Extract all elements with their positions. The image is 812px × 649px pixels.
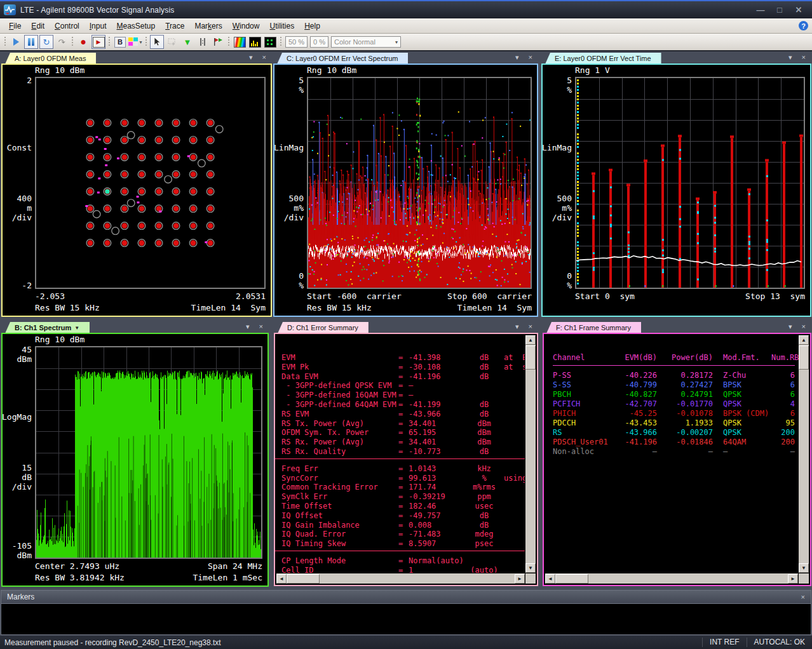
tab-label: F: Ch1 Frame Summary [556,324,631,331]
layout-grid-button[interactable]: ▾ [128,35,142,49]
horizontal-scrollbar[interactable]: ◄ ► [545,573,798,584]
panel-close-icon[interactable]: × [802,323,806,330]
panel-close-icon[interactable]: × [802,54,806,61]
coupled-markers-flag-button[interactable] [211,35,225,49]
color-mode-select[interactable]: Color Normal▾ [331,36,401,48]
tab-ofdm-meas[interactable]: A: Layer0 OFDM Meas [5,53,96,64]
scrollbar-thumb[interactable] [555,574,588,584]
metric-unit: dBm [464,438,504,447]
scroll-up-icon[interactable]: ▲ [525,335,536,345]
scroll-left-icon[interactable]: ◄ [545,574,555,584]
scrollbar-thumb[interactable] [799,345,809,370]
scrollbar-thumb[interactable] [287,574,320,584]
summary-separator [275,458,525,462]
menu-item-window[interactable]: Window [227,20,265,32]
tab-err-vect-time[interactable]: E: Layer0 OFDM Err Vect Time [545,53,661,64]
err-vect-time-plot[interactable] [575,77,805,289]
metric-value: -30.108 [409,363,464,372]
panel-collapse-icon[interactable]: ▾ [788,54,792,61]
menu-item-edit[interactable]: Edit [26,20,50,32]
menu-item-input[interactable]: Input [85,20,112,32]
metric-unit: dBm [464,419,504,429]
help-icon[interactable]: ? [799,21,808,30]
constellation-display-button[interactable] [263,35,277,49]
tab-label: E: Layer0 OFDM Err Vect Time [555,55,651,62]
panel-collapse-icon[interactable]: ▾ [788,323,792,330]
metric-extra [504,372,525,382]
cell: QPSK [713,428,771,438]
scroll-up-icon[interactable]: ▲ [799,335,809,345]
cell: 4 [771,399,795,409]
panel-close-icon[interactable]: × [262,54,266,61]
bold-b-button[interactable]: B [113,35,127,49]
sweep-single-button[interactable]: ↷ [55,35,69,49]
metric-label: Data EVM [281,372,398,382]
markers-close-icon[interactable]: × [801,593,805,601]
select-arrow-button[interactable] [150,35,164,49]
menu-item-file[interactable]: File [4,20,26,32]
vertical-scrollbar[interactable]: ▲ ▼ [799,335,809,573]
trace-offset-field[interactable]: 0 % [310,36,328,48]
scroll-right-icon[interactable]: ► [788,574,798,584]
scroll-down-icon[interactable]: ▼ [525,563,536,573]
band-power-markers-button[interactable] [196,35,210,49]
error-summary-row: SymClk Err=-0.39219ppm [281,492,525,502]
scroll-down-icon[interactable]: ▼ [799,563,809,573]
play-button[interactable] [9,35,23,49]
spectrum-display-button[interactable] [248,35,262,49]
tab-dropdown-icon[interactable]: ▼ [74,325,79,331]
horizontal-scrollbar[interactable]: ◄ ► [276,573,525,584]
menu-item-meassetup[interactable]: MeasSetup [111,20,160,32]
peak-marker-button[interactable]: ▼ [180,35,194,49]
zoom-select-button[interactable] [165,35,179,49]
record-button[interactable]: ● [76,35,90,49]
scrollbar-thumb[interactable] [525,345,536,370]
y-axis-top-label: 45 dBm [17,345,32,364]
markers-content [1,604,811,635]
metric-label: IQ Quad. Error [281,530,398,539]
restart-button[interactable]: ↻ [39,35,53,49]
menu-item-markers[interactable]: Markers [189,20,227,32]
menu-item-trace[interactable]: Trace [160,20,189,32]
err-vect-spectrum-plot[interactable] [307,77,532,289]
metric-unit: dB [464,363,504,372]
maximize-button[interactable]: □ [773,5,787,15]
panel-close-icon[interactable]: × [529,54,532,61]
scroll-right-icon[interactable]: ► [515,574,525,584]
markers-panel: Markers × [1,590,811,635]
menu-item-control[interactable]: Control [50,20,85,32]
scroll-left-icon[interactable]: ◄ [276,574,287,584]
x-axis-start-label: Start -600 carrier [307,291,402,303]
chevron-down-icon: ▾ [139,39,142,45]
spectrogram-display-button[interactable] [233,35,247,49]
player-button[interactable]: ▶ [91,35,105,49]
close-button[interactable]: ✕ [792,5,806,15]
tab-err-vect-spectrum[interactable]: C: Layer0 OFDM Err Vect Spectrum [277,53,408,64]
vertical-scrollbar[interactable]: ▲ ▼ [525,335,536,573]
spectrum-plot[interactable] [35,346,262,559]
panel-collapse-icon[interactable]: ▾ [246,323,250,330]
equals-sign: = [398,410,409,419]
cell: -40.827 [618,390,657,399]
panel-collapse-icon[interactable]: ▾ [515,54,519,61]
pause-button[interactable] [24,35,38,49]
cell: 200 [771,438,795,447]
tab-error-summary[interactable]: D: Ch1 Error Summary [278,322,369,333]
menu-item-utilities[interactable]: Utilities [264,20,299,32]
panel-collapse-icon[interactable]: ▾ [249,54,253,61]
cell: -40.799 [618,380,657,390]
tab-label: B: Ch1 Spectrum [15,324,71,331]
reference-status: INT REF [702,638,746,647]
panel-close-icon[interactable]: × [259,323,263,330]
constellation-plot[interactable] [35,77,266,289]
menu-item-help[interactable]: Help [299,20,325,32]
metric-extra [504,530,525,539]
tab-ch1-spectrum[interactable]: B: Ch1 Spectrum▼ [5,322,90,333]
tab-frame-summary[interactable]: F: Ch1 Frame Summary [546,322,641,333]
trace-scale-field[interactable]: 50 % [285,36,308,48]
minimize-button[interactable]: — [754,5,768,15]
metric-unit: (auto) [464,566,504,573]
panel-close-icon[interactable]: × [529,323,532,330]
panel-collapse-icon[interactable]: ▾ [515,323,519,330]
metric-extra [504,521,525,530]
